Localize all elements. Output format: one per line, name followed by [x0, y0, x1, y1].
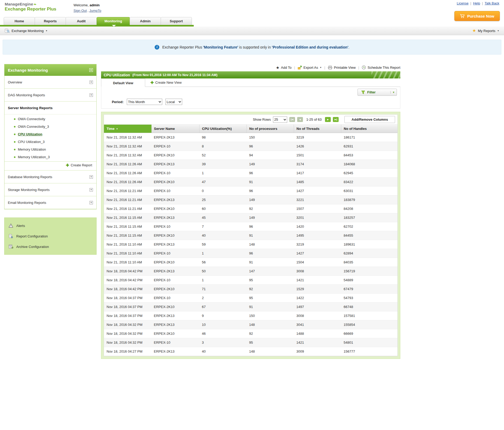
bullet-icon: [14, 134, 15, 135]
tab-home[interactable]: Home: [4, 17, 35, 25]
header-link-license[interactable]: License: [457, 1, 469, 5]
table-cell: ERPEX-2K10: [151, 302, 199, 311]
table-cell: ERPEX-2K10: [151, 285, 199, 294]
sidebar-title: Exchange Monitoring: [8, 68, 48, 72]
create-new-view-button[interactable]: ✚ Create New View: [150, 78, 182, 87]
add-to-action[interactable]: ★ Add To: [276, 66, 292, 70]
sidebar-item-overview[interactable]: Overview+: [4, 76, 96, 89]
sidebar-item-owa-connectivity[interactable]: OWA Connectivity: [4, 115, 96, 123]
sidebar-item-owa-connectivity-3[interactable]: OWA Connectivity_3: [4, 123, 96, 130]
expand-all-icon[interactable]: +: [89, 68, 93, 72]
printable-view-action[interactable]: Printable View: [328, 66, 356, 70]
clock-icon: [362, 65, 366, 70]
period-label: Period:: [112, 100, 124, 104]
table-cell: 156777: [341, 347, 397, 356]
first-page-button[interactable]: ◀: [289, 117, 295, 122]
tool-alerts[interactable]: Alerts: [9, 220, 92, 231]
sidebar-item-dag-monitoring-reports[interactable]: DAG Monitoring Reports+: [4, 89, 96, 102]
table-row: Nov 21, 2016 11:21 AMERPEX-1009614276303…: [104, 187, 397, 195]
table-cell: 3008: [294, 267, 341, 276]
schedule-report-action[interactable]: Schedule This Report: [362, 65, 400, 70]
view-tabs: Default View ✚ Create New View: [101, 78, 400, 87]
plus-icon: ✚: [150, 81, 154, 84]
breadcrumb[interactable]: Exchange Monitoring ▼: [5, 29, 48, 33]
table-cell: Nov 18, 2016 04:32 PM: [104, 320, 151, 329]
table-cell: 96: [246, 187, 294, 195]
table-cell: 1: [199, 276, 246, 285]
expand-icon[interactable]: +: [90, 201, 93, 204]
column-header-time[interactable]: Time▼: [104, 125, 151, 133]
expand-icon[interactable]: +: [90, 188, 93, 192]
table-cell: 1421: [294, 338, 341, 347]
table-cell: Nov 21, 2016 11:26 AM: [104, 169, 151, 178]
column-header-cpu-utilization[interactable]: CPU Utilization(%): [199, 125, 246, 133]
create-report-link[interactable]: ✚ Create Report: [4, 162, 96, 171]
jump-to-link[interactable]: JumpTo: [89, 9, 101, 13]
tab-support[interactable]: Support: [161, 17, 192, 25]
expand-icon[interactable]: +: [90, 81, 93, 84]
sidebar-item-memory-utilization[interactable]: Memory Utilization: [4, 146, 96, 153]
sidebar-item-cpu-utilization[interactable]: CPU Utilization: [4, 130, 96, 138]
sidebar-item-storage-monitoring-reports[interactable]: Storage Monitoring Reports+: [4, 183, 96, 196]
export-as-action[interactable]: Export As ▼: [298, 66, 322, 70]
table-cell: ERPEX-2K13: [151, 347, 199, 356]
tab-admin[interactable]: Admin: [130, 17, 161, 25]
table-cell: 1501: [294, 151, 341, 160]
last-page-button[interactable]: ▶: [333, 117, 339, 122]
sidebar-item-cpu-utilization-3[interactable]: CPU Utilization_3: [4, 138, 96, 146]
table-cell: ERPEX-2K10: [151, 151, 199, 160]
app-logo[interactable]: ManageEngine❧ Exchange Reporter Plus: [5, 2, 56, 12]
table-cell: 98: [199, 133, 246, 142]
table-cell: 184068: [341, 160, 397, 169]
add-remove-columns-button[interactable]: Add/Remove Columns: [344, 116, 395, 123]
table-cell: Nov 21, 2016 11:26 AM: [104, 160, 151, 169]
table-cell: 91: [246, 302, 294, 311]
tab-default-view[interactable]: Default View: [101, 79, 145, 87]
column-header-no-of-handles[interactable]: No of Handles: [341, 125, 397, 133]
printer-icon: [328, 66, 332, 70]
table-cell: 92: [246, 204, 294, 213]
table-cell: 186171: [341, 133, 397, 142]
tab-audit[interactable]: Audit: [66, 17, 97, 25]
my-reports-menu[interactable]: ★ My Reports ▼: [472, 29, 499, 33]
expand-icon[interactable]: +: [90, 93, 93, 97]
timezone-select[interactable]: Local: [165, 99, 182, 105]
expand-icon[interactable]: +: [90, 175, 93, 179]
tab-reports[interactable]: Reports: [35, 17, 66, 25]
filter-label: Filter: [367, 90, 376, 94]
previous-page-button[interactable]: ◀: [297, 117, 303, 122]
star-icon: ★: [276, 66, 279, 70]
table-cell: Nov 18, 2016 04:37 PM: [104, 311, 151, 320]
table-row: Nov 18, 2016 04:27 PMERPEX-2K13401483009…: [104, 347, 397, 356]
table-row: Nov 21, 2016 11:15 AMERPEX-2K10409114958…: [104, 231, 397, 240]
brand-name: ManageEngine❧: [5, 2, 56, 6]
sidebar-item-database-monitoring-reports[interactable]: Database Monitoring Reports+: [4, 171, 96, 183]
table-cell: 25: [199, 195, 246, 204]
period-select[interactable]: This Month: [127, 99, 162, 105]
table-cell: 1497: [294, 302, 341, 311]
header-link-talk-back[interactable]: Talk Back: [485, 1, 499, 5]
tool-archive-configuration[interactable]: Archive Configuration: [9, 241, 92, 252]
titlebar-decoration: [371, 71, 400, 78]
table-cell: 9: [199, 311, 246, 320]
header-link-help[interactable]: Help: [473, 1, 480, 5]
my-reports-label: My Reports: [478, 29, 495, 33]
column-header-no-of-processors[interactable]: No of processors: [246, 125, 294, 133]
sign-out-link[interactable]: Sign Out: [74, 9, 87, 13]
tool-report-configuration[interactable]: Report Configuration: [9, 231, 92, 241]
username: admin: [90, 3, 99, 7]
table-cell: 62894: [341, 249, 397, 258]
next-page-button[interactable]: ▶: [325, 117, 331, 122]
sidebar-section-server-monitoring[interactable]: Server Monitoring Reports: [4, 102, 96, 114]
sidebar-item-memory-utilization-3[interactable]: Memory Utilization_3: [4, 153, 96, 161]
table-cell: 1507: [294, 204, 341, 213]
filter-button[interactable]: Filter ▼: [358, 89, 397, 96]
column-header-server-name[interactable]: Server Name: [151, 125, 199, 133]
table-cell: ERPEX-10: [151, 276, 199, 285]
show-rows-select[interactable]: 25: [273, 116, 287, 123]
table-row: Nov 21, 2016 11:15 AMERPEX-1079614206270…: [104, 222, 397, 231]
column-header-no-of-threads[interactable]: No of Threads: [294, 125, 341, 133]
purchase-now-button[interactable]: Purchase Now: [454, 11, 500, 21]
tab-monitoring[interactable]: Monitoring: [97, 17, 130, 25]
sidebar-item-email-monitoring-reports[interactable]: Email Monitoring Reports+: [4, 196, 96, 209]
